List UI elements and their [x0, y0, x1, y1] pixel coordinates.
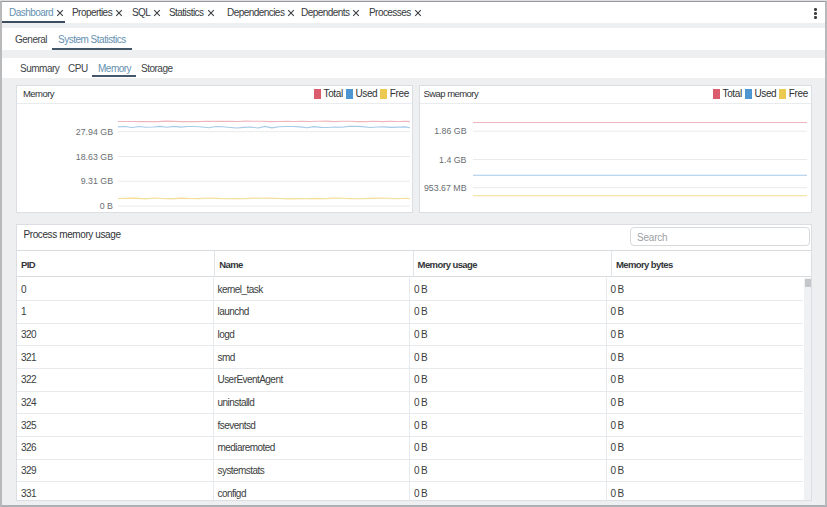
svg-text:953.67 MB: 953.67 MB: [424, 183, 467, 193]
svg-text:9.31 GB: 9.31 GB: [81, 176, 113, 186]
svg-text:27.94 GB: 27.94 GB: [76, 127, 113, 137]
svg-text:1.4 GB: 1.4 GB: [439, 155, 467, 165]
svg-text:0 B: 0 B: [100, 201, 113, 211]
svg-text:1.86 GB: 1.86 GB: [434, 126, 466, 136]
svg-text:18.63 GB: 18.63 GB: [76, 152, 113, 162]
